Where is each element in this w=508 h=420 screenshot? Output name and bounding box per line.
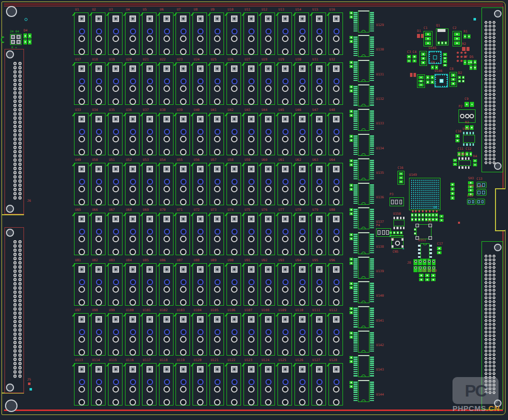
part-redpads2[interactable] <box>410 73 416 77</box>
grid-component[interactable]: U42 <box>226 113 241 155</box>
grid-component[interactable]: U15 <box>312 12 326 55</box>
grid-component[interactable]: U41 <box>210 113 224 155</box>
grid-component[interactable]: U82 <box>91 263 106 306</box>
grid-component[interactable]: U102 <box>159 313 174 356</box>
part-pads2v[interactable]: C3 <box>407 55 411 62</box>
grid-component[interactable]: U10 <box>226 12 241 55</box>
grid-component[interactable]: U21 <box>142 62 156 105</box>
grid-component[interactable]: U36 <box>125 113 140 155</box>
grid-component[interactable]: U25 <box>210 62 224 105</box>
grid-component[interactable]: U48 <box>328 113 343 155</box>
grid-component[interactable]: U124 <box>260 363 275 406</box>
part-cap3v[interactable]: C8 <box>450 72 457 87</box>
part-pads2v[interactable]: C19 <box>425 274 430 281</box>
part-pads4g[interactable]: D5 <box>470 60 476 70</box>
grid-component[interactable]: U111 <box>312 313 326 356</box>
grid-component[interactable]: U14 <box>294 12 309 55</box>
grid-component[interactable]: U8 <box>192 12 207 55</box>
grid-component[interactable]: U86 <box>159 263 174 306</box>
grid-component[interactable]: U16 <box>328 12 343 55</box>
grid-component[interactable]: U104 <box>192 313 207 356</box>
grid-component[interactable]: U32 <box>328 62 343 105</box>
ic-component[interactable]: U130 <box>350 34 380 58</box>
grid-component[interactable]: U60 <box>260 163 275 205</box>
grid-component[interactable]: U122 <box>226 363 241 406</box>
part-caph[interactable] <box>476 199 485 205</box>
part-pads2v[interactable] <box>440 215 444 222</box>
part-pads4g[interactable]: D4 <box>24 33 32 44</box>
part-pads2v[interactable] <box>450 183 454 191</box>
grid-component[interactable]: U53 <box>142 163 156 205</box>
grid-component[interactable]: U26 <box>226 62 241 105</box>
ic-component[interactable]: U132 <box>350 84 380 107</box>
grid-component[interactable]: U51 <box>108 163 122 205</box>
part-cap3v[interactable]: C16 <box>398 171 404 185</box>
ic-component[interactable]: U136 <box>350 182 380 206</box>
part-pads2v[interactable]: C20 <box>431 274 436 281</box>
grid-component[interactable]: U123 <box>244 363 258 406</box>
grid-component[interactable]: U94 <box>294 263 309 306</box>
part-sot[interactable]: Q1 <box>436 28 448 45</box>
part-pads2v[interactable]: C4 <box>412 55 416 62</box>
grid-component[interactable]: U87 <box>176 263 190 306</box>
ic-component[interactable]: U140 <box>350 281 380 304</box>
part-pads4g[interactable]: D2 <box>458 76 464 82</box>
grid-component[interactable]: U37 <box>142 113 156 155</box>
part-cap3v[interactable]: C2 <box>452 31 462 46</box>
grid-component[interactable]: U92 <box>260 263 275 306</box>
ic-component[interactable]: U141 <box>350 306 380 329</box>
grid-component[interactable]: U33 <box>74 113 88 155</box>
grid-component[interactable]: U88 <box>192 263 207 306</box>
grid-component[interactable]: U89 <box>210 263 224 306</box>
grid-component[interactable]: U1 <box>74 12 88 55</box>
grid-component[interactable]: U50 <box>91 163 106 205</box>
grid-component[interactable]: U2 <box>91 12 106 55</box>
part-soic8[interactable]: U147 <box>462 132 476 146</box>
ic-component[interactable]: U129 <box>350 10 380 33</box>
grid-component[interactable]: U116 <box>125 363 140 406</box>
grid-component[interactable]: U18 <box>91 62 106 105</box>
grid-component[interactable]: U73 <box>210 213 224 255</box>
grid-component[interactable]: U97 <box>74 313 88 356</box>
grid-component[interactable]: U119 <box>176 363 190 406</box>
grid-component[interactable]: U105 <box>210 313 224 356</box>
part-csq[interactable] <box>474 18 476 20</box>
grid-component[interactable]: U121 <box>210 363 224 406</box>
ic-component[interactable]: U139 <box>350 256 380 280</box>
grid-component[interactable]: U43 <box>244 113 258 155</box>
grid-component[interactable]: U57 <box>210 163 224 205</box>
grid-component[interactable]: U68 <box>125 213 140 255</box>
part-dip8[interactable]: U148 <box>458 157 472 169</box>
grid-component[interactable]: U126 <box>294 363 309 406</box>
grid-component[interactable]: U81 <box>74 263 88 306</box>
grid-component[interactable]: U78 <box>294 213 309 255</box>
part-csq[interactable] <box>30 388 32 391</box>
part-cap3v[interactable] <box>420 51 427 66</box>
part-pads2v[interactable] <box>426 75 430 84</box>
grid-component[interactable]: U101 <box>142 313 156 356</box>
edge-connector-left[interactable] <box>4 49 24 214</box>
grid-component[interactable]: U19 <box>108 62 122 105</box>
grid-component[interactable]: U69 <box>142 213 156 255</box>
grid-component[interactable]: U100 <box>125 313 140 356</box>
ic-component[interactable]: U131 <box>350 59 380 83</box>
part-pads2v[interactable] <box>443 53 447 59</box>
grid-component[interactable]: U90 <box>226 263 241 306</box>
grid-component[interactable]: U113 <box>74 363 88 406</box>
grid-component[interactable]: U29 <box>278 62 292 105</box>
grid-component[interactable]: U107 <box>244 313 258 356</box>
grid-component[interactable]: U39 <box>176 113 190 155</box>
grid-component[interactable]: U125 <box>278 363 292 406</box>
grid-component[interactable]: U28 <box>260 62 275 105</box>
grid-component[interactable]: U77 <box>278 213 292 255</box>
part-pads2v[interactable]: C10 <box>456 134 460 142</box>
part-rdot[interactable] <box>28 383 30 385</box>
grid-component[interactable]: U80 <box>328 213 343 255</box>
ic-component[interactable]: U134 <box>350 133 380 157</box>
edge-connector-left[interactable] <box>4 227 24 393</box>
grid-component[interactable]: U9 <box>210 12 224 55</box>
grid-component[interactable]: U4 <box>125 12 140 55</box>
grid-component[interactable]: U63 <box>312 163 326 205</box>
grid-component[interactable]: U47 <box>312 113 326 155</box>
grid-component[interactable]: U112 <box>328 313 343 356</box>
